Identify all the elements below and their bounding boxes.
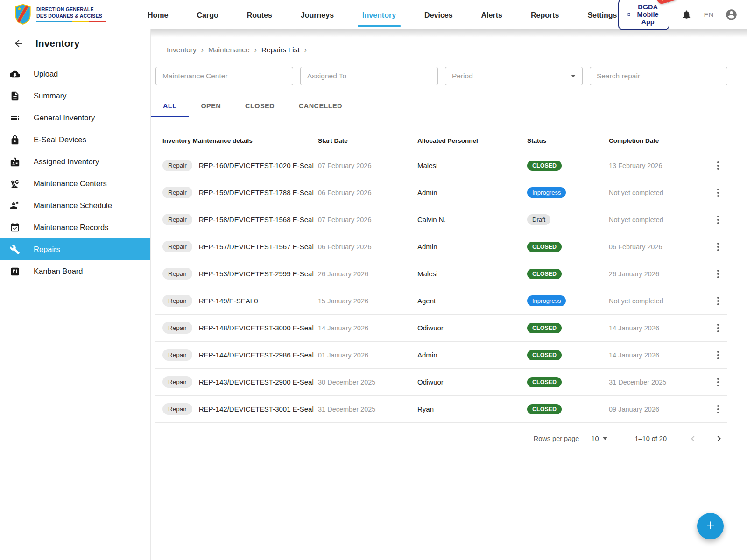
table-row: Repair REP-148/DEVICETEST-3000 E-Seal 14…	[155, 315, 727, 342]
document-icon	[9, 91, 21, 102]
completion-date-cell: Not yet completed	[609, 189, 709, 196]
row-menu-button[interactable]	[714, 402, 722, 416]
caret-down-icon	[571, 75, 576, 77]
logo-line1: DIRECTION GÉNÉRALE	[36, 7, 106, 13]
sidebar-item-label: Kanban Board	[34, 267, 83, 276]
column-header: Completion Date	[609, 137, 709, 144]
start-date-cell: 07 February 2026	[318, 162, 417, 169]
sidebar-item[interactable]: Kanban Board	[0, 260, 150, 282]
sidebar-item-label: Maintenance Centers	[34, 179, 107, 188]
mobile-app-button[interactable]: NEW DGDA Mobile App	[618, 0, 670, 30]
tab[interactable]: CANCELLED	[287, 95, 354, 117]
completion-date-cell: 31 December 2025	[609, 378, 709, 386]
nav-item[interactable]: Alerts	[480, 1, 503, 28]
status-badge: CLOSED	[527, 377, 562, 387]
nav-item[interactable]: Home	[147, 1, 169, 28]
logo-text: DIRECTION GÉNÉRALE DES DOUANES & ACCISES	[36, 7, 106, 22]
details-cell: Repair REP-157/DEVICETEST-1567 E-Seal	[155, 241, 318, 252]
status-cell: CLOSED	[527, 350, 609, 360]
row-menu-button[interactable]	[714, 213, 722, 227]
sidebar-nav: Upload Summary General Inventory E-Seal …	[0, 56, 150, 282]
sidebar-header: Inventory	[0, 29, 150, 56]
breadcrumb-item[interactable]: Repairs List	[261, 46, 300, 54]
row-menu-button[interactable]	[714, 267, 722, 281]
sidebar-item[interactable]: Upload	[0, 63, 150, 85]
row-menu-button[interactable]	[714, 240, 722, 254]
row-menu-button[interactable]	[714, 159, 722, 173]
add-repair-fab[interactable]: +	[697, 513, 724, 539]
nav-item[interactable]: Reports	[530, 1, 560, 28]
sidebar-item[interactable]: Assigned Inventory	[0, 151, 150, 173]
row-menu-button[interactable]	[714, 294, 722, 308]
lock-icon	[9, 134, 21, 146]
search-repair-input[interactable]	[590, 67, 727, 85]
completion-date-cell: 09 January 2026	[609, 406, 709, 413]
repair-reference: REP-149/E-SEAL0	[199, 297, 258, 305]
breadcrumb-item[interactable]: Maintenance	[208, 46, 250, 54]
sidebar-item[interactable]: General Inventory	[0, 107, 150, 129]
nav-item[interactable]: Devices	[423, 1, 454, 28]
period-select[interactable]: Period	[445, 67, 583, 85]
details-cell: Repair REP-142/DEVICETEST-3001 E-Seal	[155, 403, 318, 415]
column-header: Allocated Personnel	[417, 137, 527, 144]
nav-item[interactable]: Inventory	[361, 1, 397, 28]
row-menu-button[interactable]	[714, 348, 722, 362]
account-button[interactable]	[725, 8, 738, 21]
table-row: Repair REP-158/DEVICETEST-1568 E-Seal 07…	[155, 206, 727, 233]
nav-item[interactable]: Routes	[246, 1, 273, 28]
personnel-cell: Odiwuor	[417, 378, 527, 386]
sidebar-item[interactable]: Maintenance Records	[0, 217, 150, 238]
status-cell: Draft	[527, 214, 609, 225]
tab[interactable]: CLOSED	[233, 95, 287, 117]
nav-item[interactable]: Cargo	[196, 1, 219, 28]
sidebar-title: Inventory	[35, 38, 80, 49]
repair-chip: Repair	[162, 349, 192, 361]
row-menu-button[interactable]	[714, 321, 722, 335]
rows-per-page-select[interactable]: 10	[591, 435, 607, 442]
cloud-upload-icon	[9, 69, 21, 80]
personnel-cell: Malesi	[417, 161, 527, 169]
row-menu-button[interactable]	[714, 375, 722, 389]
completion-date-cell: Not yet completed	[609, 297, 709, 305]
details-cell: Repair REP-158/DEVICETEST-1568 E-Seal	[155, 214, 318, 225]
notifications-button[interactable]	[681, 9, 692, 20]
repair-chip: Repair	[162, 214, 192, 225]
back-button[interactable]	[13, 38, 24, 49]
logo-line2: DES DOUANES & ACCISES	[36, 13, 106, 20]
tab[interactable]: OPEN	[189, 95, 233, 117]
breadcrumb-separator: ›	[254, 46, 257, 54]
details-cell: Repair REP-149/E-SEAL0	[155, 295, 318, 307]
personnel-cell: Calvin N.	[417, 216, 527, 224]
robot-arm-icon	[9, 178, 21, 189]
repair-chip: Repair	[162, 403, 192, 415]
start-date-cell: 06 February 2026	[318, 243, 417, 251]
status-cell: CLOSED	[527, 269, 609, 279]
sidebar-item[interactable]: Repairs	[0, 238, 150, 260]
rows-per-page-label: Rows per page	[534, 435, 579, 442]
breadcrumb-item[interactable]: Inventory	[167, 46, 197, 54]
next-page-button[interactable]	[712, 432, 726, 445]
details-cell: Repair REP-144/DEVICETEST-2986 E-Seal	[155, 349, 318, 361]
tab[interactable]: ALL	[151, 95, 189, 117]
personnel-cell: Agent	[417, 297, 527, 305]
row-menu-button[interactable]	[714, 186, 722, 200]
sidebar-item[interactable]: E-Seal Devices	[0, 129, 150, 151]
language-selector[interactable]: EN	[704, 11, 713, 19]
details-cell: Repair REP-153/DEVICETEST-2999 E-Seal	[155, 268, 318, 280]
sidebar-item[interactable]: Maintanance Schedule	[0, 195, 150, 217]
nav-item[interactable]: Journeys	[300, 1, 335, 28]
dgda-logo[interactable]: DIRECTION GÉNÉRALE DES DOUANES & ACCISES	[0, 4, 140, 25]
sidebar-item-label: Maintenance Records	[34, 223, 109, 232]
personnel-cell: Admin	[417, 189, 527, 196]
logo-tricolor-bar	[36, 21, 106, 22]
completion-date-cell: Not yet completed	[609, 216, 709, 224]
previous-page-button[interactable]	[686, 432, 699, 445]
maintenance-center-input[interactable]	[155, 67, 293, 85]
assigned-to-input[interactable]	[300, 67, 438, 85]
nav-item[interactable]: Settings	[586, 1, 618, 28]
status-cell: CLOSED	[527, 404, 609, 414]
sidebar-item[interactable]: Summary	[0, 85, 150, 107]
smartphone-icon	[627, 10, 631, 19]
badge-icon	[9, 156, 21, 168]
sidebar-item[interactable]: Maintenance Centers	[0, 173, 150, 195]
